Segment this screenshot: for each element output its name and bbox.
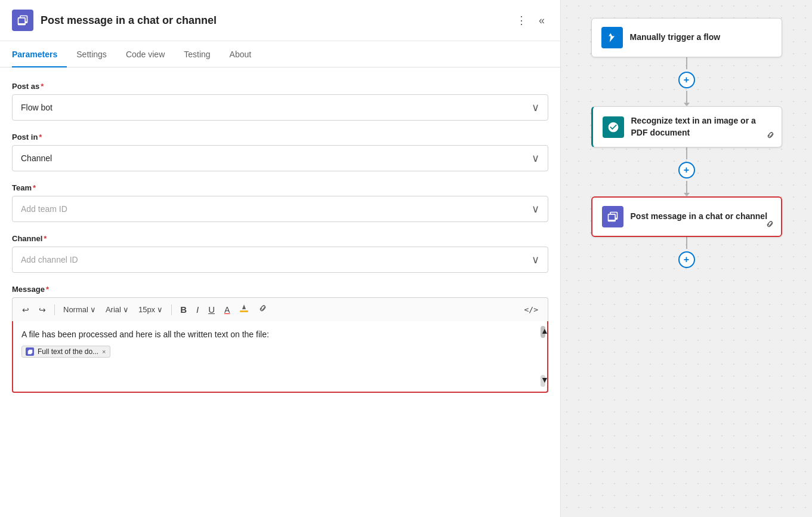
header-icon <box>12 10 33 31</box>
editor-scrollbar-up[interactable]: ▲ <box>541 326 545 338</box>
team-placeholder: Add team ID <box>21 204 67 214</box>
highlight-icon <box>239 304 249 313</box>
tag-label: Full text of the do... <box>38 347 98 356</box>
style-chevron: ∨ <box>90 305 96 314</box>
link-icon <box>258 304 268 313</box>
post-message-icon-bg <box>602 206 623 227</box>
recognize-link-icon[interactable] <box>766 131 776 142</box>
tag-icon <box>26 347 34 356</box>
trigger-icon-bg <box>601 27 623 48</box>
tag-close[interactable]: × <box>102 348 106 355</box>
tab-parameters[interactable]: Parameters <box>12 41 67 67</box>
tab-codeview[interactable]: Code view <box>116 41 174 67</box>
connector-line-5 <box>686 237 687 249</box>
team-dropdown[interactable]: Add team ID ∨ <box>12 196 548 222</box>
font-chevron: ∨ <box>123 305 129 314</box>
connector-line-1 <box>686 57 687 69</box>
svg-rect-0 <box>240 310 248 312</box>
underline-button[interactable]: U <box>205 302 218 317</box>
team-label: Team* <box>12 183 548 192</box>
tab-testing[interactable]: Testing <box>174 41 220 67</box>
post-in-dropdown[interactable]: Channel ∨ <box>12 145 548 171</box>
channel-placeholder: Add channel ID <box>21 255 78 264</box>
message-label: Message* <box>12 285 548 294</box>
link-chain-icon <box>766 131 776 140</box>
channel-label: Channel* <box>12 234 548 243</box>
post-in-value: Channel <box>21 153 52 163</box>
post-message-node-text: Post message in a chat or channel <box>631 211 771 223</box>
recognize-icon <box>607 121 619 133</box>
tag-inner-icon <box>27 349 33 355</box>
post-as-dropdown[interactable]: Flow bot ∨ <box>12 94 548 121</box>
redo-button[interactable]: ↪ <box>35 303 50 317</box>
message-text-content: A file has been processed and here is al… <box>21 328 539 341</box>
connector-line-4 <box>686 181 687 193</box>
post-in-label: Post in* <box>12 133 548 141</box>
toolbar-separator-2 <box>171 304 172 315</box>
trigger-icon <box>606 32 618 44</box>
undo-button[interactable]: ↩ <box>18 303 33 317</box>
recognize-icon-bg <box>603 116 624 138</box>
flow-node-post-message[interactable]: Post message in a chat or channel <box>591 196 782 237</box>
connector-line-3 <box>686 147 687 159</box>
recognize-node-text: Recognize text in an image or a PDF docu… <box>631 115 772 139</box>
post-as-field: Post as* Flow bot ∨ <box>12 82 548 121</box>
link-chain-icon-2 <box>765 220 775 229</box>
tabs-bar: Parameters Settings Code view Testing Ab… <box>0 41 560 67</box>
connector-3: + <box>678 237 695 270</box>
flow-node-trigger[interactable]: Manually trigger a flow <box>591 18 782 57</box>
font-dropdown[interactable]: Arial ∨ <box>102 303 132 316</box>
highlight-button[interactable] <box>236 301 252 318</box>
add-button-2[interactable]: + <box>678 162 695 179</box>
team-arrow: ∨ <box>532 202 539 216</box>
link-button[interactable] <box>255 301 271 318</box>
left-panel: Post message in a chat or channel ⋮ « Pa… <box>0 0 561 517</box>
message-editor[interactable]: A file has been processed and here is al… <box>12 321 548 393</box>
channel-field: Channel* Add channel ID ∨ <box>12 234 548 273</box>
message-field: Message* ↩ ↪ Normal ∨ Arial ∨ 15px ∨ <box>12 285 548 393</box>
add-button-3[interactable]: + <box>678 251 695 268</box>
post-as-label: Post as* <box>12 82 548 91</box>
post-message-icon <box>607 211 619 223</box>
header-actions: ⋮ « <box>512 11 548 29</box>
panel-title: Post message in a chat or channel <box>41 14 505 27</box>
trigger-node-text: Manually trigger a flow <box>630 32 772 44</box>
tab-settings[interactable]: Settings <box>67 41 116 67</box>
right-panel: Manually trigger a flow + Recognize text… <box>561 0 812 517</box>
editor-scrollbar-down[interactable]: ▼ <box>541 375 545 387</box>
post-in-arrow: ∨ <box>532 152 539 165</box>
connector-1: + <box>678 57 695 106</box>
collapse-button[interactable]: « <box>535 12 548 29</box>
panel-header: Post message in a chat or channel ⋮ « <box>0 0 560 41</box>
tab-about[interactable]: About <box>220 41 261 67</box>
connector-2: + <box>678 147 695 196</box>
flow-node-recognize[interactable]: Recognize text in an image or a PDF docu… <box>591 106 782 147</box>
italic-button[interactable]: I <box>193 302 202 317</box>
post-message-link-icon[interactable] <box>765 220 775 231</box>
post-in-field: Post in* Channel ∨ <box>12 133 548 171</box>
channel-arrow: ∨ <box>532 253 539 266</box>
panel-content: Post as* Flow bot ∨ Post in* Channel ∨ T… <box>0 67 560 517</box>
team-field: Team* Add team ID ∨ <box>12 183 548 222</box>
code-view-button[interactable]: </> <box>521 303 542 316</box>
connector-line-2 <box>686 91 687 103</box>
message-editor-wrapper: A file has been processed and here is al… <box>12 321 548 393</box>
more-options-button[interactable]: ⋮ <box>512 11 530 29</box>
size-dropdown[interactable]: 15px ∨ <box>135 303 166 316</box>
bold-button[interactable]: B <box>177 302 190 317</box>
toolbar-separator-1 <box>54 304 55 315</box>
add-button-1[interactable]: + <box>678 72 695 88</box>
style-dropdown[interactable]: Normal ∨ <box>60 303 100 316</box>
size-chevron: ∨ <box>157 305 163 314</box>
teams-icon <box>17 14 29 26</box>
font-color-button[interactable]: A <box>221 303 233 317</box>
message-tag: Full text of the do... × <box>21 346 110 358</box>
channel-dropdown[interactable]: Add channel ID ∨ <box>12 247 548 273</box>
message-toolbar: ↩ ↪ Normal ∨ Arial ∨ 15px ∨ B I U <box>12 297 548 321</box>
flow-container: Manually trigger a flow + Recognize text… <box>585 18 788 270</box>
post-as-value: Flow bot <box>21 103 53 112</box>
post-as-arrow: ∨ <box>532 101 539 114</box>
